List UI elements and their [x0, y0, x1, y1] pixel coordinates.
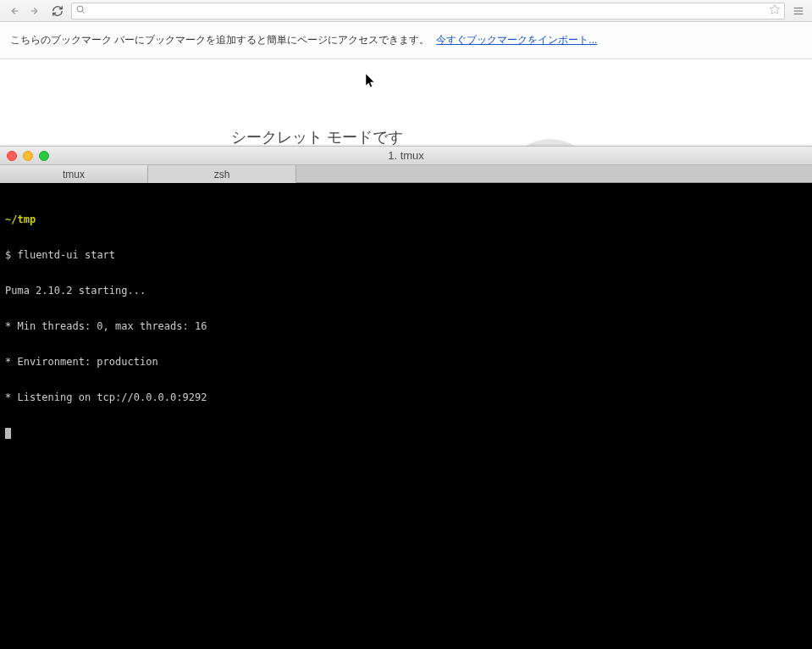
menu-button[interactable] — [790, 3, 807, 19]
zoom-window-button[interactable] — [39, 151, 49, 161]
window-title: 1. tmux — [388, 149, 424, 162]
svg-marker-4 — [770, 4, 780, 14]
terminal-command: fluentd-ui start — [17, 249, 115, 261]
address-bar[interactable] — [71, 3, 785, 19]
close-window-button[interactable] — [7, 151, 17, 161]
traffic-lights — [7, 151, 49, 161]
svg-line-3 — [82, 11, 84, 13]
incognito-title: シークレット モードです — [231, 127, 403, 147]
terminal-output-line: * Listening on tcp://0.0.0.0:9292 — [5, 391, 807, 403]
browser-toolbar — [0, 0, 812, 22]
url-input[interactable] — [89, 5, 765, 17]
terminal-window: 1. tmux tmux zsh ~/tmp $ fluentd-ui star… — [0, 146, 812, 649]
terminal-tab-label: tmux — [63, 169, 85, 180]
svg-point-2 — [77, 6, 83, 12]
arrow-left-icon — [8, 5, 19, 17]
terminal-cursor — [5, 428, 11, 439]
terminal-titlebar[interactable]: 1. tmux — [0, 147, 812, 165]
minimize-window-button[interactable] — [23, 151, 33, 161]
terminal-output-line: Puma 2.10.2 starting... — [5, 285, 807, 297]
reload-icon — [52, 5, 64, 17]
reload-button[interactable] — [49, 3, 66, 19]
terminal-cwd: ~/tmp — [5, 214, 36, 225]
forward-button — [27, 3, 44, 19]
terminal-body[interactable]: ~/tmp $ fluentd-ui start Puma 2.10.2 sta… — [0, 183, 812, 649]
search-icon — [75, 4, 86, 17]
terminal-tabs: tmux zsh — [0, 165, 812, 183]
terminal-tab-zsh[interactable]: zsh — [148, 165, 296, 183]
arrow-right-icon — [30, 5, 41, 17]
star-icon[interactable] — [769, 3, 781, 19]
hamburger-icon — [793, 5, 804, 17]
terminal-prompt: $ — [5, 249, 11, 261]
bookmark-bar: こちらのブックマーク バーにブックマークを追加すると簡単にページにアクセスできま… — [0, 22, 812, 59]
terminal-tab-tmux[interactable]: tmux — [0, 165, 148, 183]
bookmark-bar-message: こちらのブックマーク バーにブックマークを追加すると簡単にページにアクセスできま… — [10, 33, 429, 47]
terminal-output-line: * Environment: production — [5, 356, 807, 368]
back-button — [5, 3, 22, 19]
terminal-output-line: * Min threads: 0, max threads: 16 — [5, 320, 807, 332]
terminal-tab-label: zsh — [214, 169, 230, 180]
import-bookmarks-link[interactable]: 今すぐブックマークをインポート... — [436, 33, 597, 47]
